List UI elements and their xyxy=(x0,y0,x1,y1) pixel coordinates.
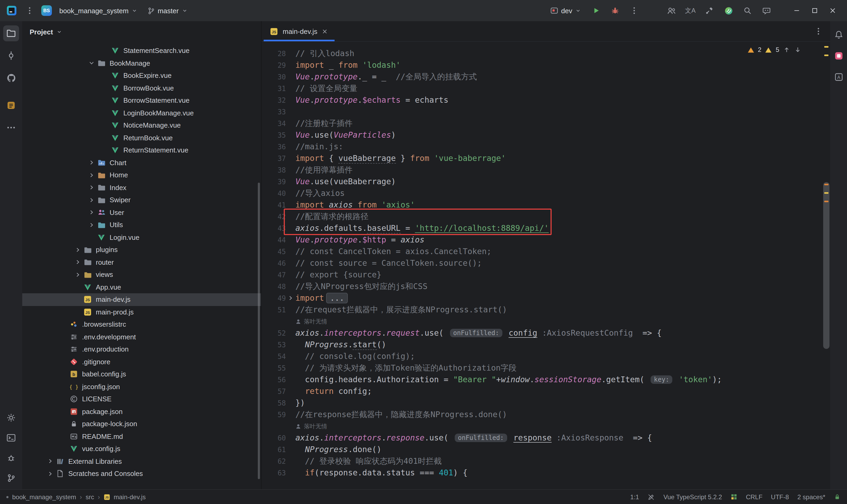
line-number[interactable]: 29 xyxy=(262,61,286,69)
line-number[interactable]: 51 xyxy=(262,306,286,314)
status-grid-icon[interactable] xyxy=(731,493,737,500)
run-configuration-selector[interactable]: dev xyxy=(548,5,583,16)
translation-panel-icon[interactable]: A xyxy=(832,70,845,84)
line-number[interactable]: 46 xyxy=(262,259,286,267)
line-number[interactable]: 31 xyxy=(262,85,286,92)
code-line[interactable]: //注册粒子插件 xyxy=(295,118,353,128)
line-number[interactable]: 32 xyxy=(262,96,286,104)
editor-scrollbar-thumb[interactable] xyxy=(823,182,830,349)
line-number[interactable]: 49 xyxy=(262,294,286,302)
structure-tool-window-icon[interactable] xyxy=(3,97,19,113)
build-tools-icon[interactable] xyxy=(703,4,716,17)
error-stripe-mark[interactable] xyxy=(824,46,828,48)
github-icon[interactable] xyxy=(3,70,19,86)
project-panel-header[interactable]: Project xyxy=(22,21,261,42)
more-tool-windows-icon[interactable] xyxy=(3,120,19,136)
code-author-inlay[interactable]: 落叶无情 xyxy=(295,318,327,325)
more-actions-icon[interactable] xyxy=(628,4,641,17)
maximize-button[interactable] xyxy=(806,3,824,18)
line-number[interactable]: 39 xyxy=(262,178,286,185)
tab-options-icon[interactable] xyxy=(812,25,825,38)
code-line[interactable]: Vue.use(vueBaberrage) xyxy=(295,177,396,186)
tree-item-returnstatement.vue[interactable]: ReturnStatement.vue xyxy=(22,144,261,157)
line-number[interactable]: 37 xyxy=(262,154,286,162)
tree-item-external-libraries[interactable]: External Libraries xyxy=(22,455,261,467)
line-number[interactable]: 57 xyxy=(262,387,286,395)
line-number[interactable]: 42 xyxy=(262,213,286,220)
error-stripe-mark[interactable] xyxy=(824,192,828,194)
indent-style[interactable]: 2 spaces* xyxy=(797,493,825,501)
code-line[interactable]: import... xyxy=(295,293,348,303)
line-number[interactable]: 48 xyxy=(262,283,286,290)
chevron-right-icon[interactable] xyxy=(88,196,97,204)
debug-button[interactable] xyxy=(609,4,621,17)
chevron-right-icon[interactable] xyxy=(74,271,84,279)
code-line[interactable]: // const CancelToken = axios.CancelToken… xyxy=(295,247,491,256)
pencil-icon[interactable] xyxy=(647,493,655,501)
tree-item-app.vue[interactable]: App.vue xyxy=(22,281,261,293)
code-line[interactable]: import axios from 'axios' xyxy=(295,200,415,210)
chevron-right-icon[interactable] xyxy=(88,208,97,217)
line-number[interactable]: 43 xyxy=(262,224,286,232)
tree-item-home[interactable]: Home xyxy=(22,169,261,181)
tree-item-returnbook.vue[interactable]: ReturnBook.vue xyxy=(22,131,261,144)
tree-item-plugins[interactable]: plugins xyxy=(22,244,261,256)
chevron-down-icon[interactable] xyxy=(88,59,97,68)
breadcrumb-item[interactable]: main-dev.js xyxy=(114,493,146,501)
version-control-tool-window-icon[interactable] xyxy=(3,470,19,486)
code-editor[interactable]: 28// 引入lodash29import _ from 'lodash'30V… xyxy=(262,42,830,489)
code-line[interactable]: // 设置全局变量 xyxy=(295,84,357,93)
code-line[interactable]: }) xyxy=(295,398,305,408)
line-number[interactable]: 62 xyxy=(262,457,286,465)
inspections-widget[interactable]: 2 5 xyxy=(747,46,801,53)
tree-item-chart[interactable]: Chart xyxy=(22,157,261,169)
ai-assistant-icon[interactable] xyxy=(832,49,845,62)
chevron-right-icon[interactable] xyxy=(88,221,97,229)
settings-icon[interactable] xyxy=(3,410,19,426)
breadcrumb-item[interactable]: book_manage_system xyxy=(12,493,76,501)
tree-item-license[interactable]: LICENSE xyxy=(22,393,261,405)
code-line[interactable]: axios.defaults.baseURL = 'http://localho… xyxy=(295,223,549,233)
code-line[interactable]: // const source = CancelToken.source(); xyxy=(295,258,482,268)
code-line[interactable]: // 引入lodash xyxy=(295,49,355,58)
prev-highlight-arrow-icon[interactable] xyxy=(783,46,790,53)
code-line[interactable]: // export {source} xyxy=(295,270,381,280)
project-name-button[interactable]: book_manage_system xyxy=(57,5,140,16)
error-stripe-mark[interactable] xyxy=(824,55,828,56)
tree-item-user[interactable]: User xyxy=(22,206,261,219)
code-line[interactable]: //导入NProgress包对应的js和CSS xyxy=(295,282,428,291)
tree-item-login.vue[interactable]: Login.vue xyxy=(22,231,261,244)
code-line[interactable]: import { vueBaberrage } from 'vue-baberr… xyxy=(295,154,506,163)
line-number[interactable]: 28 xyxy=(262,50,286,57)
line-number[interactable]: 52 xyxy=(262,329,286,337)
plugin-icon[interactable] xyxy=(722,4,735,17)
line-number[interactable]: 59 xyxy=(262,411,286,418)
tree-item-bookexpire.vue[interactable]: BookExpire.vue xyxy=(22,69,261,82)
file-encoding[interactable]: UTF-8 xyxy=(771,493,789,501)
line-number[interactable]: 55 xyxy=(262,364,286,372)
code-line[interactable]: //在request拦截器中，展示进度条NProgress.start() xyxy=(295,305,507,315)
code-line[interactable]: return config; xyxy=(295,386,372,396)
language-mode[interactable]: Vue TypeScript 5.2.2 xyxy=(663,493,722,501)
chevron-right-icon[interactable] xyxy=(88,183,97,192)
code-line[interactable]: axios.interceptors.response.use( onFulfi… xyxy=(295,433,652,443)
code-line[interactable]: NProgress.start() xyxy=(295,340,386,349)
tree-item-.gitignore[interactable]: .gitignore xyxy=(22,356,261,368)
code-line[interactable]: //配置请求的根路径 xyxy=(295,212,368,221)
line-number[interactable]: 56 xyxy=(262,376,286,383)
code-author-inlay[interactable]: 落叶无情 xyxy=(295,422,327,430)
tree-item-utils[interactable]: Utils xyxy=(22,219,261,231)
line-number[interactable]: 44 xyxy=(262,236,286,244)
code-line[interactable]: Vue.prototype.$echarts = echarts xyxy=(295,95,448,105)
notifications-icon[interactable] xyxy=(832,28,845,41)
code-line[interactable]: //main.js: xyxy=(295,142,343,151)
project-tree-scrollbar[interactable] xyxy=(258,183,260,479)
line-number[interactable]: 38 xyxy=(262,166,286,174)
caret-position[interactable]: 1:1 xyxy=(630,493,639,501)
tree-item-readme.md[interactable]: README.md xyxy=(22,430,261,443)
next-highlight-arrow-icon[interactable] xyxy=(794,46,801,53)
tab-close-icon[interactable] xyxy=(321,28,328,35)
tree-item-babel.config.js[interactable]: bbabel.config.js xyxy=(22,368,261,380)
tree-item-index[interactable]: Index xyxy=(22,181,261,194)
line-number[interactable]: 54 xyxy=(262,352,286,360)
